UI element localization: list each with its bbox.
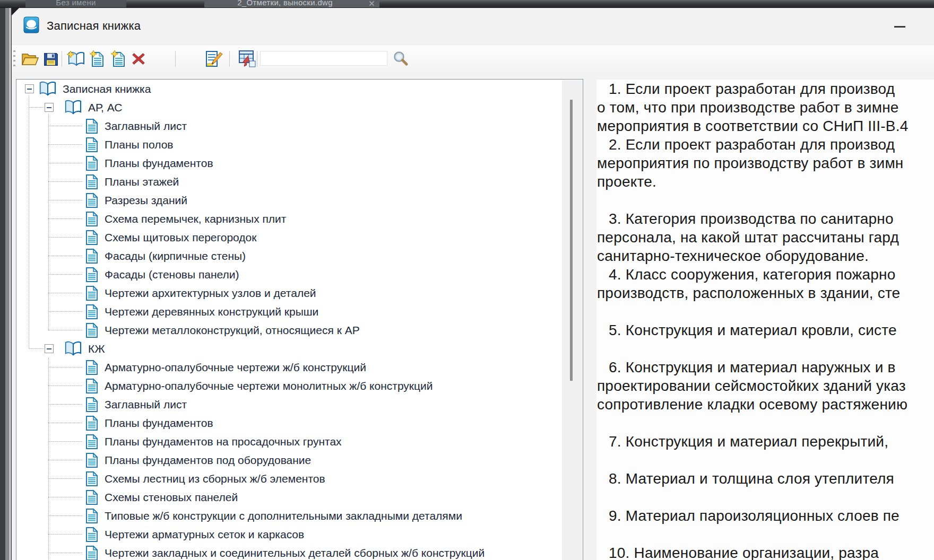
tree-item[interactable]: Схема перемычек, карнизных плит: [16, 209, 583, 228]
tree-item[interactable]: Планы полов: [16, 135, 583, 154]
open-folder-icon: [21, 50, 40, 67]
note-page-icon: [85, 174, 99, 190]
dock-edge: [0, 0, 5, 560]
content-line: проектировании сейсмостойких зданий указ: [597, 377, 934, 395]
tree-item[interactable]: АР, АС: [16, 98, 583, 117]
note-page-icon: [85, 452, 99, 468]
window-titlebar[interactable]: Записная книжка: [12, 7, 934, 45]
tree-item[interactable]: Заглавный лист: [16, 117, 583, 135]
tree-item-label: Планы фундаментов под оборудование: [105, 454, 311, 467]
tree-item-label: Планы фундаментов: [105, 157, 213, 170]
tree-item-label: Планы полов: [105, 138, 173, 151]
tree-item-label: Чертежи архитектурных узлов и деталей: [105, 287, 316, 300]
tree-rows: Записная книжка АР, АС Заглавный лист Пл…: [16, 80, 583, 560]
tab-drawing[interactable]: 2_Отметки, выноски.dwg: [204, 0, 379, 7]
content-line: мероприятия в соответствии со СНиП III-В…: [597, 117, 934, 135]
content-line: [597, 302, 934, 321]
content-line: о том, что при производстве работ в зимн…: [597, 98, 934, 117]
tree-item[interactable]: Планы фундаментов на просадочных грунтах: [16, 432, 583, 451]
search-button[interactable]: [391, 49, 411, 68]
tree-item[interactable]: Схемы стеновых панелей: [16, 488, 583, 506]
note-page-icon: [85, 489, 99, 505]
tree-item-label: Заглавный лист: [105, 398, 187, 411]
tab-label: Без имени: [56, 0, 96, 7]
tree-connector: [48, 423, 82, 423]
save-notebook-button[interactable]: [41, 49, 61, 68]
tree-item[interactable]: Планы фундаментов: [16, 154, 583, 172]
note-page-icon: [85, 155, 99, 171]
tree-connector: [48, 404, 82, 405]
content-line: 5. Конструкция и материал кровли, систе: [597, 321, 934, 339]
edit-note-button[interactable]: [204, 49, 224, 68]
tree-item[interactable]: Типовые ж/б конструкции с дополнительным…: [16, 506, 583, 525]
tree-item[interactable]: Чертежи металлоконструкций, относящиеся …: [16, 321, 583, 339]
note-page-icon: [85, 508, 99, 524]
notebook-window: Записная книжка: [11, 7, 934, 560]
tree-item-label: Фасады (кирпичные стены): [105, 250, 246, 262]
notebook-icon: [64, 341, 82, 357]
tree-scrollbar[interactable]: [562, 80, 582, 560]
content-line: [597, 339, 934, 358]
tree-item[interactable]: Арматурно-опалубочные чертежи монолитных…: [16, 377, 583, 395]
tree-item[interactable]: Чертежи деревянных конструкций крыши: [16, 302, 583, 321]
tree-connector: [48, 144, 82, 145]
tree-connector: [48, 441, 82, 442]
note-page-icon: [85, 285, 99, 301]
new-note-from-template-button[interactable]: [108, 49, 128, 68]
collapse-icon[interactable]: [45, 344, 54, 353]
content-line: санитарно-техническое оборудование.: [597, 247, 934, 265]
tree-item[interactable]: Чертежи закладных и соединительных детал…: [16, 544, 583, 560]
tree-connector: [48, 293, 82, 293]
tree-item[interactable]: Фасады (кирпичные стены): [16, 247, 583, 265]
tree-item[interactable]: Чертежи архитектурных узлов и деталей: [16, 284, 583, 302]
tree-item-label: АР, АС: [88, 101, 122, 114]
tree-item[interactable]: Чертежи арматурных сеток и каркасов: [16, 525, 583, 544]
tree-item[interactable]: Записная книжка: [16, 80, 583, 98]
minimize-button[interactable]: [894, 26, 905, 28]
tree-connector: [48, 256, 82, 256]
tree-connector: [48, 181, 82, 182]
tree-item-label: КЖ: [88, 343, 105, 355]
content-line: сопротивление кладки осевому растяжению: [597, 395, 934, 414]
delete-note-button[interactable]: [128, 49, 149, 68]
tree-connector: [48, 478, 82, 479]
tree-item-label: Арматурно-опалубочные чертежи монолитных…: [105, 380, 433, 392]
tree-connector: [48, 330, 82, 330]
collapse-icon[interactable]: [45, 103, 54, 112]
notebook-tree-panel: Записная книжка АР, АС Заглавный лист Пл…: [16, 79, 583, 560]
note-content-pane[interactable]: 1. Если проект разработан для производо …: [596, 80, 934, 560]
tree-item[interactable]: Арматурно-опалубочные чертежи ж/б констр…: [16, 358, 583, 377]
tree-item-label: Типовые ж/б конструкции с дополнительным…: [105, 510, 462, 522]
search-input[interactable]: [260, 51, 387, 66]
note-page-icon: [85, 192, 99, 208]
export-note-button[interactable]: [237, 49, 257, 68]
tree-item[interactable]: Планы фундаментов: [16, 414, 583, 432]
tab-unnamed[interactable]: Без имени: [25, 0, 126, 7]
tree-item[interactable]: КЖ: [16, 339, 583, 358]
note-page-icon: [85, 118, 99, 134]
new-note-template-icon: [110, 50, 126, 67]
new-notebook-button[interactable]: [66, 49, 86, 68]
tree-item[interactable]: Заглавный лист: [16, 395, 583, 414]
open-notebook-button[interactable]: [20, 49, 40, 68]
collapse-icon[interactable]: [25, 84, 34, 93]
new-note-button[interactable]: [87, 49, 107, 68]
tree-item[interactable]: Схемы лестниц из сборных ж/б элементов: [16, 469, 583, 488]
toolbar-grip[interactable]: [13, 50, 15, 68]
content-line: производств, расположенных в здании, сте: [597, 284, 934, 302]
tree-item[interactable]: Разрезы зданий: [16, 191, 583, 209]
tree-item[interactable]: Планы этажей: [16, 172, 583, 191]
tree-item[interactable]: Схемы щитовых перегородок: [16, 228, 583, 247]
scrollbar-thumb[interactable]: [570, 100, 573, 381]
close-icon[interactable]: [369, 1, 375, 6]
note-page-icon: [85, 248, 99, 264]
tree-item[interactable]: Фасады (стеновы панели): [16, 265, 583, 284]
content-line: [597, 488, 934, 506]
tree-item-label: Схемы стеновых панелей: [105, 491, 238, 504]
tree-item[interactable]: Планы фундаментов под оборудование: [16, 451, 583, 469]
tree-item-label: Разрезы зданий: [105, 194, 187, 207]
content-line: [597, 414, 934, 432]
tree-item-label: Схемы лестниц из сборных ж/б элементов: [105, 472, 325, 485]
content-line: 10. Наименование организации, разра: [597, 544, 934, 560]
tree-connector: [48, 311, 82, 312]
